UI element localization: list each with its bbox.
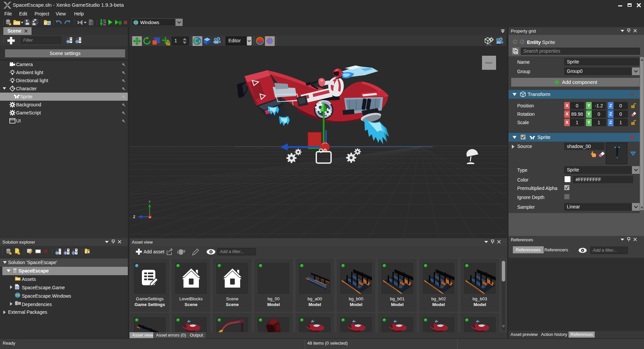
- svg-text:RIGHT: RIGHT: [485, 62, 493, 64]
- svg-text:#: #: [16, 286, 18, 289]
- svg-text:Y: Y: [149, 200, 151, 203]
- svg-text:X: X: [149, 216, 151, 219]
- svg-text:01: 01: [103, 24, 106, 26]
- svg-text:Z: Z: [133, 215, 135, 219]
